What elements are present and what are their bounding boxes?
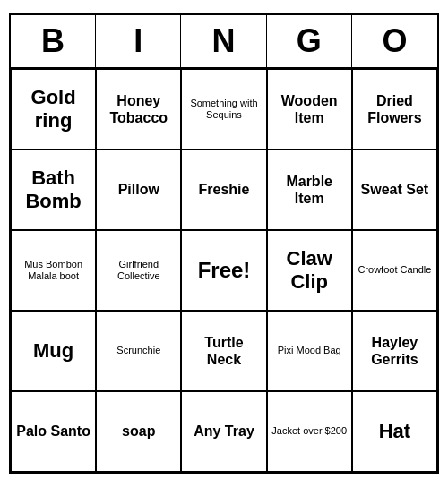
bingo-cell: Mus Bombon Malala boot	[11, 230, 96, 311]
bingo-cell: Marble Item	[267, 150, 352, 230]
bingo-grid: Gold ringHoney TobaccoSomething with Seq…	[11, 69, 437, 472]
header-letter: O	[352, 15, 437, 67]
header-letter: I	[96, 15, 181, 67]
bingo-card: BINGO Gold ringHoney TobaccoSomething wi…	[9, 13, 439, 474]
bingo-cell: Honey Tobacco	[96, 69, 181, 150]
bingo-cell: Pillow	[96, 150, 181, 230]
bingo-cell: Jacket over $200	[267, 391, 352, 472]
header-letter: B	[11, 15, 96, 67]
bingo-cell: soap	[96, 391, 181, 472]
bingo-cell: Hayley Gerrits	[352, 311, 437, 391]
bingo-cell: Crowfoot Candle	[352, 230, 437, 311]
bingo-cell: Pixi Mood Bag	[267, 311, 352, 391]
bingo-cell: Scrunchie	[96, 311, 181, 391]
bingo-cell: Turtle Neck	[181, 311, 266, 391]
bingo-cell: Freshie	[181, 150, 266, 230]
bingo-cell: Palo Santo	[11, 391, 96, 472]
bingo-cell: Hat	[352, 391, 437, 472]
bingo-cell: Sweat Set	[352, 150, 437, 230]
bingo-header: BINGO	[11, 15, 437, 69]
bingo-cell: Gold ring	[11, 69, 96, 150]
bingo-cell: Girlfriend Collective	[96, 230, 181, 311]
bingo-cell: Something with Sequins	[181, 69, 266, 150]
header-letter: N	[181, 15, 266, 67]
bingo-cell: Any Tray	[181, 391, 266, 472]
bingo-cell: Free!	[181, 230, 266, 311]
header-letter: G	[267, 15, 352, 67]
bingo-cell: Bath Bomb	[11, 150, 96, 230]
bingo-cell: Dried Flowers	[352, 69, 437, 150]
bingo-cell: Wooden Item	[267, 69, 352, 150]
bingo-cell: Mug	[11, 311, 96, 391]
bingo-cell: Claw Clip	[267, 230, 352, 311]
